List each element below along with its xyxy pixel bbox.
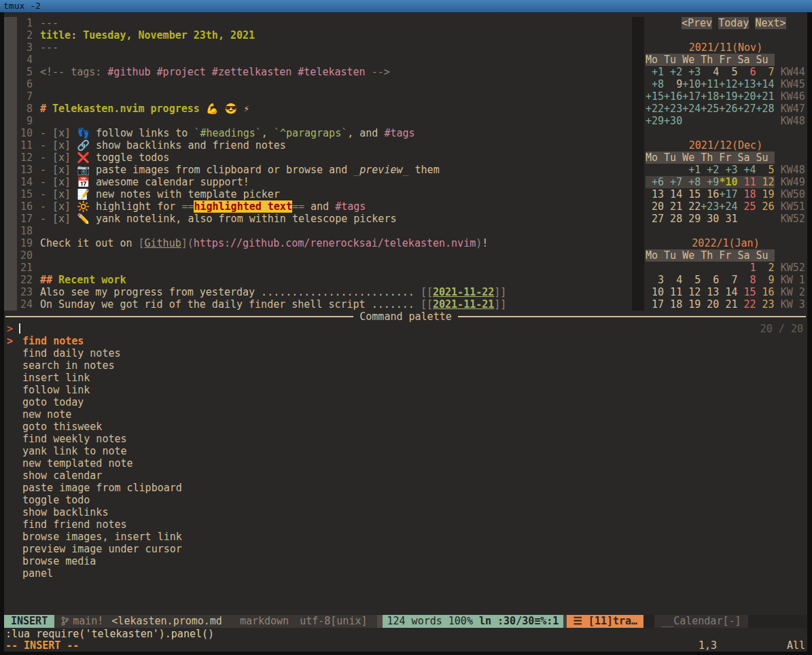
week-days[interactable]: 3 4 5 6 7 8 9 xyxy=(646,274,775,286)
week-days[interactable]: 1 2 xyxy=(646,262,775,274)
calendar-day-cells[interactable]: 4 5 xyxy=(701,66,737,78)
calendar-day-cells[interactable]: 2 xyxy=(756,262,775,274)
calendar-day-cells[interactable]: +22+23+24+25+26+27+28 xyxy=(646,103,775,115)
palette-item[interactable]: find weekly notes xyxy=(4,433,807,445)
calendar-day-cells[interactable] xyxy=(646,262,737,274)
palette-item[interactable]: search in notes xyxy=(4,359,807,372)
editor-line[interactable]: 18 xyxy=(4,225,632,237)
calendar-day-cells[interactable]: 9 xyxy=(756,274,775,286)
calendar-day-cells[interactable]: 16 xyxy=(756,286,775,298)
calendar-day-cells[interactable]: 11 xyxy=(737,176,756,188)
palette-item[interactable]: show backlinks xyxy=(4,506,807,518)
calendar-day-cells[interactable]: 15 xyxy=(737,286,756,298)
editor-line[interactable]: 9 xyxy=(4,115,632,127)
calendar-day-cells[interactable]: +1 +2 +3 +4 xyxy=(682,164,756,176)
editor-line[interactable]: 3--- xyxy=(4,41,632,54)
editor-line[interactable]: 11- [x] 🔗 show backlinks and friend note… xyxy=(4,139,632,152)
calendar-day-cells[interactable]: *10 xyxy=(719,176,737,188)
editor-line[interactable]: 5<!-- tags: #github #project #zettelkast… xyxy=(4,66,632,78)
editor-line[interactable]: 1--- xyxy=(4,17,632,29)
week-days[interactable]: 20 21 22+23+24 25 26 xyxy=(646,200,775,213)
palette-item[interactable]: browse media xyxy=(4,555,807,567)
palette-item[interactable]: new templated note xyxy=(4,457,807,470)
calendar-day-cells[interactable]: 25 xyxy=(737,200,756,213)
calendar-day-cells[interactable]: 6 xyxy=(737,66,756,78)
palette-item[interactable]: new note xyxy=(4,408,807,421)
editor-line[interactable]: 16- [x] 🔆 highlight for ==highlighted te… xyxy=(4,200,632,213)
current-week-highlight[interactable]: +6 +7 +8 +9*10 11 12 xyxy=(646,176,775,188)
editor-line[interactable]: 15- [x] 📝 new notes with template picker xyxy=(4,188,632,200)
calendar-day-cells[interactable]: +10+11+12+13+14 xyxy=(682,78,774,90)
palette-item[interactable]: find friend notes xyxy=(4,518,807,531)
palette-item[interactable]: panel xyxy=(4,567,807,580)
editor-line[interactable]: 22## Recent work xyxy=(4,274,632,286)
editor-line[interactable]: 21 xyxy=(4,262,632,274)
calendar-day-cells[interactable]: 9 xyxy=(664,78,682,90)
palette-item[interactable]: >find notes xyxy=(4,335,807,347)
calendar-day-cells[interactable]: 26 xyxy=(756,200,775,213)
buffer-tab[interactable]: ☰ [11]tra… xyxy=(567,615,643,628)
calendar-day-cells[interactable]: 20 21 22 xyxy=(646,200,701,213)
calendar-day-cells[interactable]: 23 xyxy=(756,298,775,311)
calendar-day-cells[interactable]: 17 18 19 20 21 xyxy=(646,298,737,311)
calendar-day-cells[interactable]: +23+24 xyxy=(701,200,737,213)
calendar-buffer-tab[interactable]: __Calendar[-] xyxy=(654,615,747,628)
calendar-day-cells[interactable]: 27 28 29 30 31 xyxy=(646,213,737,225)
calendar-day-cells[interactable]: 8 xyxy=(737,274,756,286)
palette-item[interactable]: yank link to note xyxy=(4,445,807,457)
calendar-day-cells[interactable]: 10 11 12 13 14 xyxy=(646,286,737,298)
editor-line[interactable]: 14- [x] 📅 awesome calendar support! xyxy=(4,176,632,188)
palette-item[interactable]: paste image from clipboard xyxy=(4,482,807,494)
week-days[interactable]: +22+23+24+25+26+27+28 xyxy=(646,103,775,115)
calendar-day-cells[interactable] xyxy=(682,115,774,127)
editor-line[interactable]: 4 xyxy=(4,54,632,66)
calendar-day-cells[interactable] xyxy=(737,213,774,225)
week-days[interactable]: 13 14 15 16+17 18 19 xyxy=(646,188,775,200)
editor-line[interactable]: 23Also see my progress from yesterday ..… xyxy=(4,286,632,298)
palette-item[interactable]: insert link xyxy=(4,372,807,384)
palette-item[interactable]: goto today xyxy=(4,396,807,408)
calendar-day-cells[interactable]: 3 4 5 6 7 xyxy=(646,274,737,286)
calendar-day-cells[interactable]: 22 xyxy=(737,298,756,311)
editor-window[interactable]: 1---2title: Tuesday, November 23th, 2021… xyxy=(4,17,632,311)
palette-item[interactable]: preview image under cursor xyxy=(4,543,807,555)
prev-button[interactable]: <Prev xyxy=(682,17,712,29)
next-button[interactable]: Next> xyxy=(755,17,785,29)
calendar-day-cells[interactable]: 19 xyxy=(756,188,775,200)
palette-item[interactable]: goto thisweek xyxy=(4,421,807,433)
calendar-day-cells[interactable]: 12 xyxy=(756,176,775,188)
editor-line[interactable]: 17- [x] ✏️ yank notelink, also from with… xyxy=(4,213,632,225)
editor-line[interactable]: 6 xyxy=(4,78,632,90)
week-days[interactable]: 10 11 12 13 14 15 16 xyxy=(646,286,775,298)
week-days[interactable]: +1 +2 +3 +4 5 xyxy=(646,164,775,176)
week-days[interactable]: +1 +2 +3 4 5 6 7 xyxy=(646,66,775,78)
palette-item[interactable]: toggle todo xyxy=(4,494,807,506)
week-days[interactable]: 17 18 19 20 21 22 23 xyxy=(646,298,775,311)
week-days[interactable]: +29+30 xyxy=(646,115,775,127)
calendar-day-cells[interactable]: 7 xyxy=(756,66,775,78)
calendar-day-cells[interactable]: 5 xyxy=(756,164,775,176)
calendar-day-cells[interactable]: +17 xyxy=(719,188,737,200)
palette-prompt[interactable]: > 20 / 20 xyxy=(4,323,807,335)
week-days[interactable]: 27 28 29 30 31 xyxy=(646,213,775,225)
palette-item[interactable]: follow link xyxy=(4,384,807,396)
editor-line[interactable]: 12- [x] ❌ toggle todos xyxy=(4,152,632,164)
calendar-day-cells[interactable]: +29+30 xyxy=(646,115,682,127)
calendar-day-cells[interactable]: 18 xyxy=(737,188,756,200)
palette-item[interactable]: browse images, insert link xyxy=(4,531,807,543)
today-button[interactable]: Today xyxy=(718,17,749,29)
calendar-day-cells[interactable] xyxy=(646,164,682,176)
editor-line[interactable]: 7 xyxy=(4,90,632,103)
palette-item[interactable]: show calendar xyxy=(4,470,807,482)
calendar-day-cells[interactable]: +6 +7 +8 +9 xyxy=(646,176,719,188)
week-days[interactable]: +8 9+10+11+12+13+14 xyxy=(646,78,775,90)
calendar-day-cells[interactable]: +15+16+17+18+19+20+21 xyxy=(646,90,775,103)
calendar-day-cells[interactable]: 13 14 15 16 xyxy=(646,188,719,200)
command-line[interactable]: :lua require('telekasten').panel() xyxy=(5,628,214,640)
calendar-day-cells[interactable]: +1 +2 +3 xyxy=(646,66,701,78)
editor-line[interactable]: 13- [x] 📷 paste images from clipboard or… xyxy=(4,164,632,176)
editor-line[interactable]: 20 xyxy=(4,249,632,262)
palette-item[interactable]: find daily notes xyxy=(4,347,807,359)
calendar-day-cells[interactable]: +8 xyxy=(646,78,664,90)
editor-line[interactable]: 24On Sunday we got rid of the daily find… xyxy=(4,298,632,311)
